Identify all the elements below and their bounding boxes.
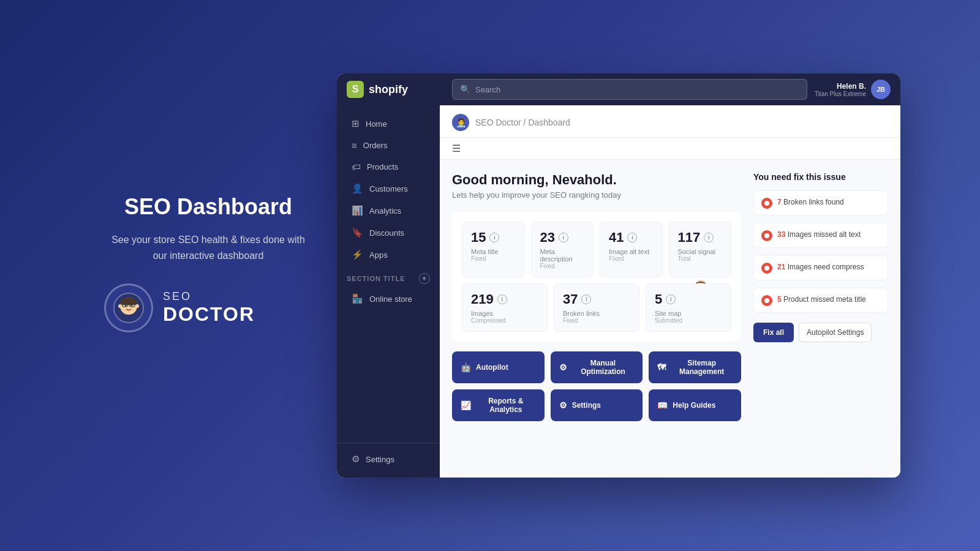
manual-optimization-btn[interactable]: ⚙ Manual Optimization bbox=[551, 351, 643, 383]
brand-logo-icon bbox=[104, 283, 153, 332]
stat-info-icon-6[interactable]: i bbox=[581, 294, 591, 304]
autopilot-icon: 🤖 bbox=[461, 362, 471, 372]
reports-label: Reports & Analytics bbox=[476, 397, 536, 414]
stats-row-2: 219 i Images Compressed 37 i bbox=[462, 283, 731, 332]
main-column: Good morning, Nevahold. Lets help you im… bbox=[452, 172, 741, 421]
sidebar-item-products[interactable]: 🏷 Products bbox=[342, 157, 435, 177]
topbar: S shopify 🔍 Search Helen B. Titan Plus E… bbox=[337, 73, 900, 105]
settings-label: Settings bbox=[366, 455, 394, 464]
stat-image-alt-value: 41 bbox=[609, 230, 624, 246]
store-icon: 🏪 bbox=[352, 293, 363, 304]
issue-dot-1 bbox=[761, 198, 772, 209]
search-bar[interactable]: 🔍 Search bbox=[452, 79, 807, 100]
reports-analytics-btn[interactable]: 📈 Reports & Analytics bbox=[452, 389, 545, 421]
stat-info-icon-4[interactable]: i bbox=[704, 233, 714, 242]
search-icon: 🔍 bbox=[460, 84, 470, 94]
dashboard-body: Good morning, Nevahold. Lets help you im… bbox=[440, 160, 900, 433]
seo-doctor-icon: 🧑‍⚕️ bbox=[452, 114, 469, 131]
stat-meta-description: 23 i Meta description Fixed bbox=[531, 222, 594, 277]
stat-info-icon[interactable]: i bbox=[489, 233, 499, 242]
hamburger-menu[interactable]: ☰ bbox=[440, 138, 900, 160]
left-panel: SEO Dashboard See your store SEO health … bbox=[80, 170, 337, 381]
sidebar-item-customers[interactable]: 👤 Customers bbox=[342, 178, 435, 199]
home-icon: ⊞ bbox=[352, 118, 360, 129]
stats-row-1: 15 i Meta title Fixed 23 i bbox=[462, 222, 731, 277]
autopilot-label: Autopilot bbox=[476, 363, 508, 372]
breadcrumb-part2: Dashboard bbox=[528, 118, 570, 127]
shopify-text: shopify bbox=[369, 83, 408, 96]
brand-area: SEO DOCTOR bbox=[104, 283, 312, 332]
stat-social-sublabel: Total bbox=[678, 255, 723, 262]
settings-btn-icon: ⚙ bbox=[559, 400, 567, 410]
sidebar-item-orders[interactable]: ≡ Orders bbox=[342, 135, 435, 156]
stat-meta-desc-sublabel: Fixed bbox=[540, 263, 585, 269]
stat-sitemap-label: Site map bbox=[655, 310, 722, 317]
stat-broken-value: 37 bbox=[563, 291, 578, 307]
stat-info-icon-7[interactable]: i bbox=[666, 294, 676, 304]
stat-social-label: Social signal bbox=[678, 248, 723, 255]
issue-dot-4 bbox=[761, 295, 772, 306]
user-plan: Titan Plus Extreme bbox=[815, 91, 866, 97]
brand-doctor: DOCTOR bbox=[163, 303, 255, 326]
content-area: 🧑‍⚕️ SEO Doctor / Dashboard ☰ Good morni… bbox=[440, 105, 900, 478]
sidebar: ⊞ Home ≡ Orders 🏷 Products 👤 Customers 📊… bbox=[337, 105, 440, 478]
orders-icon: ≡ bbox=[352, 140, 357, 151]
stat-images: 219 i Images Compressed bbox=[462, 283, 548, 332]
stat-info-icon-2[interactable]: i bbox=[559, 233, 568, 242]
stat-meta-desc-label: Meta description bbox=[540, 248, 585, 263]
stat-info-icon-3[interactable]: i bbox=[627, 233, 637, 242]
sidebar-item-settings[interactable]: ⚙ Settings bbox=[342, 449, 435, 470]
fix-all-button[interactable]: Fix all bbox=[753, 323, 794, 342]
customers-icon: 👤 bbox=[352, 183, 363, 194]
issue-product-meta: 5 Product missed meta title bbox=[753, 288, 888, 313]
stat-sitemap-sublabel: Submitted bbox=[655, 317, 722, 324]
sitemap-management-btn[interactable]: 🗺 Sitemap Management bbox=[649, 351, 741, 383]
user-name: Helen B. bbox=[815, 82, 866, 91]
user-badge: Helen B. Titan Plus Extreme JB bbox=[815, 80, 891, 99]
stat-image-alt-sublabel: Fixed bbox=[609, 255, 654, 262]
brand-seo: SEO bbox=[163, 290, 255, 303]
manual-opt-icon: ⚙ bbox=[559, 362, 567, 372]
products-icon: 🏷 bbox=[352, 162, 361, 172]
sidebar-item-apps[interactable]: ⚡ Apps bbox=[342, 244, 435, 265]
sidebar-item-analytics[interactable]: 📊 Analytics bbox=[342, 200, 435, 221]
sidebar-item-customers-label: Customers bbox=[369, 184, 408, 193]
content-header: 🧑‍⚕️ SEO Doctor / Dashboard bbox=[440, 105, 900, 138]
stat-images-value: 219 bbox=[471, 291, 494, 307]
stat-meta-title-value: 15 bbox=[471, 230, 486, 246]
sidebar-item-home[interactable]: ⊞ Home bbox=[342, 113, 435, 134]
sidebar-item-home-label: Home bbox=[366, 119, 387, 129]
sidebar-item-apps-label: Apps bbox=[369, 250, 388, 260]
settings-btn[interactable]: ⚙ Settings bbox=[551, 389, 643, 421]
stat-info-icon-5[interactable]: i bbox=[497, 294, 507, 304]
sidebar-bottom: ⚙ Settings bbox=[337, 443, 440, 470]
issue-text-2: 33 Images missed alt text bbox=[777, 230, 861, 240]
shopify-logo: S shopify bbox=[347, 81, 445, 98]
stat-broken-sublabel: Fixed bbox=[563, 317, 630, 324]
issue-text-1: 7 Broken links found bbox=[777, 197, 844, 208]
stats-container: 15 i Meta title Fixed 23 i bbox=[452, 212, 741, 342]
autopilot-btn[interactable]: 🤖 Autopilot bbox=[452, 351, 545, 383]
sidebar-item-online-store[interactable]: 🏪 Online store bbox=[342, 288, 435, 309]
sidebar-item-discounts[interactable]: 🔖 Discounts bbox=[342, 222, 435, 243]
svg-point-9 bbox=[118, 304, 122, 308]
shopify-icon: S bbox=[347, 81, 364, 98]
sidebar-item-analytics-label: Analytics bbox=[369, 206, 401, 216]
stat-meta-title-label: Meta title bbox=[471, 248, 516, 255]
issues-panel: You need fix this issue 7 Broken links f… bbox=[753, 172, 888, 421]
discounts-icon: 🔖 bbox=[352, 227, 363, 238]
help-guides-btn[interactable]: 📖 Help Guides bbox=[649, 389, 741, 421]
issue-text-4: 5 Product missed meta title bbox=[777, 294, 866, 305]
autopilot-settings-button[interactable]: Autopilot Settings bbox=[799, 323, 872, 342]
stat-meta-title-sublabel: Fixed bbox=[471, 255, 516, 262]
search-placeholder: Search bbox=[475, 85, 500, 94]
action-buttons: 🤖 Autopilot ⚙ Manual Optimization 🗺 Site… bbox=[452, 351, 741, 421]
stat-broken-label: Broken links bbox=[563, 310, 630, 317]
stat-sitemap: 5 i Site map Submitted bbox=[646, 283, 731, 332]
sidebar-item-orders-label: Orders bbox=[363, 141, 388, 150]
add-section-btn[interactable]: + bbox=[419, 273, 430, 284]
stat-image-alt-label: Image alt text bbox=[609, 248, 654, 255]
issue-text-3: 21 Images need compress bbox=[777, 262, 864, 272]
stat-image-alt: 41 i Image alt text Fixed bbox=[600, 222, 663, 277]
stat-images-label: Images bbox=[471, 310, 538, 317]
